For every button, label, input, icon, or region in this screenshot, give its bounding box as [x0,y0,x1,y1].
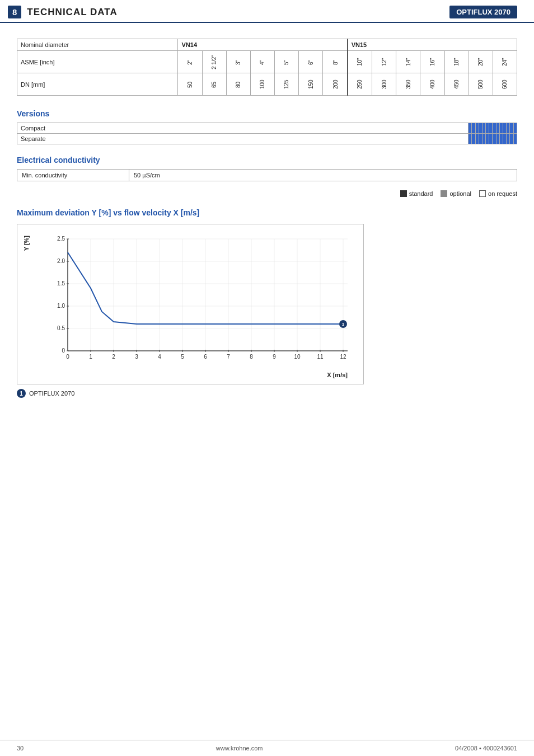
main-content: Nominal diameter VN14 VN15 ASME [inch] 2… [0,33,534,409]
chart-note-text: OPTIFLUX 2070 [29,390,74,397]
svg-text:4: 4 [158,354,161,360]
header-left: 8 TECHNICAL DATA [8,6,118,18]
footer-website: www.krohne.com [216,745,263,752]
asme-col-11: 18" [444,51,469,73]
versions-title: Versions [17,109,517,118]
compact-cell-13 [513,123,517,134]
table-row-nominal: Nominal diameter VN14 VN15 [17,39,517,51]
svg-text:11: 11 [317,354,324,360]
dn-col-4: 125 [274,73,298,96]
chart-note-number: 1 [20,391,23,397]
svg-text:5: 5 [181,354,184,360]
section-title: TECHNICAL DATA [27,7,117,18]
svg-text:2: 2 [112,354,115,360]
legend-standard: standard [400,190,433,197]
elec-row-min: Min. conductivity 50 µS/cm [17,170,517,181]
dn-col-6: 200 [323,73,348,96]
dn-col-7: 250 [348,73,372,96]
legend-standard-label: standard [409,190,433,197]
svg-text:9: 9 [273,354,276,360]
legend-on-request-box [479,190,486,197]
electrical-title: Electrical conductivity [17,156,517,165]
asme-col-2: 3" [226,51,250,73]
asme-col-13: 24" [493,51,517,73]
vn15-label: VN15 [348,39,517,51]
section-number: 8 [8,6,21,18]
min-conductivity-value: 50 µS/cm [129,170,517,181]
page-footer: 30 www.krohne.com 04/2008 • 4000243601 [0,740,534,756]
chart-svg: 0 0.5 1.0 1.5 2.0 2.5 0 1 2 3 4 5 [51,233,359,368]
chart-x-label: X [m/s] [51,372,348,378]
min-conductivity-label: Min. conductivity [17,170,129,181]
svg-text:1.5: 1.5 [57,280,65,287]
legend-on-request: on request [479,190,517,197]
dn-col-3: 100 [250,73,274,96]
dn-col-5: 150 [299,73,323,96]
table-row-asme: ASME [inch] 2" 2 1/2" 3" 4" 5" 6" 8" 10"… [17,51,517,73]
dn-col-12: 500 [469,73,493,96]
dn-label: DN [mm] [17,73,178,96]
asme-col-1: 2 1/2" [202,51,226,73]
chart-note-circle: 1 [17,389,26,398]
svg-text:12: 12 [340,354,346,360]
dn-col-10: 400 [420,73,444,96]
separate-cell-13 [513,134,517,144]
legend-optional-label: optional [449,190,471,197]
versions-table: Compact Separate [17,123,517,144]
svg-text:0.5: 0.5 [57,325,65,331]
table-row-dn: DN [mm] 50 65 80 100 125 150 200 250 300… [17,73,517,96]
vn14-label: VN14 [178,39,348,51]
chart-wrapper: Y [%] [17,224,364,384]
svg-text:7: 7 [227,354,230,360]
chart-note: 1 OPTIFLUX 2070 [17,389,517,398]
asme-col-10: 16" [420,51,444,73]
nominal-diameter-label: Nominal diameter [17,39,178,51]
legend-on-request-label: on request [488,190,517,197]
dn-col-9: 350 [396,73,420,96]
legend: standard optional on request [17,190,517,197]
svg-text:8: 8 [250,354,253,360]
nominal-diameter-table: Nominal diameter VN14 VN15 ASME [inch] 2… [17,39,517,96]
legend-standard-box [400,190,407,197]
electrical-table: Min. conductivity 50 µS/cm [17,169,517,181]
svg-text:2.5: 2.5 [57,236,65,242]
svg-text:6: 6 [204,354,207,360]
legend-optional-box [441,190,447,197]
footer-date-code: 04/2008 • 4000243601 [455,745,517,752]
svg-text:1.0: 1.0 [57,303,65,309]
dn-col-2: 80 [226,73,250,96]
asme-col-8: 12" [372,51,396,73]
svg-text:10: 10 [294,354,301,360]
dn-col-11: 450 [444,73,469,96]
dn-col-8: 300 [372,73,396,96]
svg-text:1: 1 [342,322,345,327]
versions-row-separate: Separate [17,134,517,144]
dn-col-13: 600 [493,73,517,96]
asme-label: ASME [inch] [17,51,178,73]
footer-page-number: 30 [17,745,24,752]
svg-text:1: 1 [89,354,92,360]
dn-col-1: 65 [202,73,226,96]
product-name: OPTIFLUX 2070 [449,6,517,18]
asme-col-3: 4" [250,51,274,73]
svg-text:0: 0 [62,348,65,354]
compact-label: Compact [17,123,469,134]
asme-col-4: 5" [274,51,298,73]
chart-title: Maximum deviation Y [%] vs flow velocity… [17,208,517,217]
svg-text:0: 0 [66,354,69,360]
dn-col-0: 50 [178,73,202,96]
page-header: 8 TECHNICAL DATA OPTIFLUX 2070 [0,0,534,23]
asme-col-12: 20" [469,51,493,73]
chart-y-label: Y [%] [23,236,30,251]
legend-optional: optional [441,190,471,197]
asme-col-9: 14" [396,51,420,73]
asme-col-7: 10" [348,51,372,73]
asme-col-6: 8" [323,51,348,73]
svg-text:3: 3 [135,354,138,360]
versions-row-compact: Compact [17,123,517,134]
svg-text:2.0: 2.0 [57,258,65,264]
separate-label: Separate [17,134,469,144]
asme-col-0: 2" [178,51,202,73]
asme-col-5: 6" [299,51,323,73]
